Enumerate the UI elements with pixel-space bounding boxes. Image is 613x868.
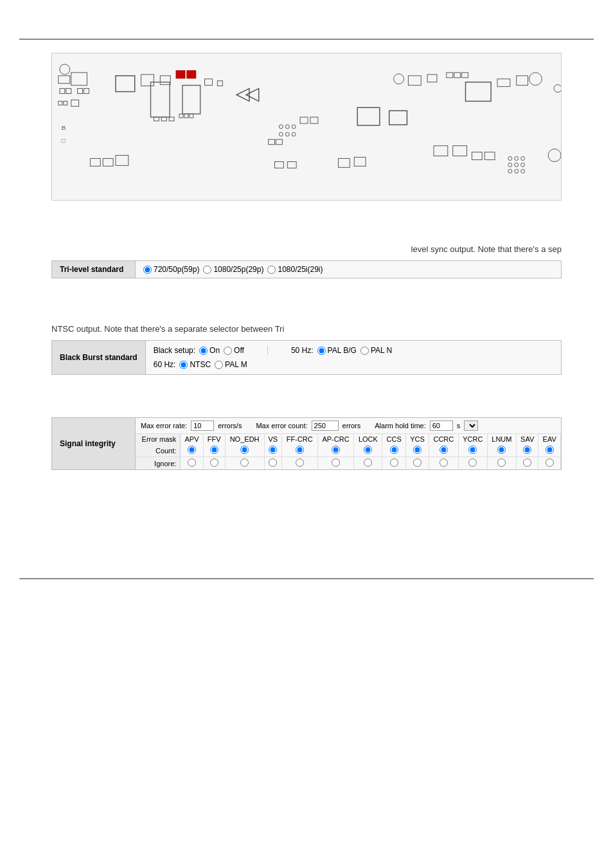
max-error-count-input[interactable] [312,420,339,431]
hz50-pal-n[interactable]: PAL N [360,346,392,355]
count-lnum-radio[interactable] [497,446,506,454]
col-ff-crc: FF-CRC [282,434,318,444]
count-row-label: Count: [136,444,181,457]
bottom-divider [19,578,594,579]
tri-level-label-720: 720/50p(59p) [154,265,199,274]
spacer-4 [0,380,613,412]
ignore-ap-crc [317,457,354,470]
tri-level-content: 720/50p(59p) 1080/25p(29p) 1080/25i(29i) [136,261,561,278]
count-ff-crc-radio[interactable] [296,446,304,454]
svg-text:B: B [62,124,66,131]
count-ccs-radio[interactable] [390,446,398,454]
ignore-lock-radio[interactable] [364,458,372,467]
col-no-edh: NO_EDH [225,434,264,444]
col-ccs: CCS [382,434,406,444]
count-sav [516,444,538,457]
count-apv [181,444,203,457]
ignore-row-label: Ignore: [136,457,181,470]
hz60-pal-m[interactable]: PAL M [215,360,247,369]
count-vs [264,444,281,457]
ignore-ccs [382,457,406,470]
ignore-lnum-radio[interactable] [497,458,506,467]
count-eav-radio[interactable] [546,446,554,454]
max-error-rate-input[interactable] [191,420,214,431]
black-burst-row: Black Burst standard Black setup: On Off… [51,340,562,375]
black-setup-on-radio[interactable] [199,347,208,355]
count-ap-crc [317,444,354,457]
tri-level-option-1[interactable]: 720/50p(59p) [143,265,199,274]
black-setup-off[interactable]: Off [224,346,244,355]
ignore-ff-crc-radio[interactable] [296,458,304,467]
ignore-ccrc-radio[interactable] [440,458,448,467]
count-ycs-radio[interactable] [413,446,422,454]
hz50-palb-g-radio[interactable] [317,347,326,355]
black-setup-off-radio[interactable] [224,347,232,355]
ignore-apv [181,457,203,470]
svg-rect-12 [187,71,196,78]
burst-top-row: Black setup: On Off 50 Hz: PAL B/G [154,343,553,357]
tri-level-option-2[interactable]: 1080/25p(29p) [203,265,263,274]
hz60-pal-m-radio[interactable] [215,361,223,369]
hz50-pal-n-radio[interactable] [360,347,369,355]
ignore-eav-radio[interactable] [546,458,554,467]
count-lock-radio[interactable] [364,446,372,454]
ignore-ffv [203,457,225,470]
error-mask-header: Error mask [136,434,181,444]
ignore-ycrc-radio[interactable] [468,458,477,467]
spacer-1 [0,213,613,233]
col-apv: APV [181,434,203,444]
hz50-group: 50 Hz: PAL B/G PAL N [291,346,392,355]
ignore-ap-crc-radio[interactable] [332,458,340,467]
hz50-palb-g-label: PAL B/G [328,346,357,355]
signal-integrity-label: Signal integrity [52,418,136,469]
col-ycrc: YCRC [458,434,487,444]
ignore-vs [264,457,281,470]
hz60-label: 60 Hz: [154,360,176,369]
count-ycs [405,444,429,457]
ignore-vs-radio[interactable] [269,458,277,467]
ignore-no-edh-radio[interactable] [240,458,249,467]
hz50-palb-g[interactable]: PAL B/G [317,346,357,355]
tri-level-option-3[interactable]: 1080/25i(29i) [267,265,323,274]
ignore-ycrc [458,457,487,470]
tri-level-radio-1080-25p[interactable] [203,266,211,274]
ignore-ycs-radio[interactable] [413,458,422,467]
hz50-pal-n-label: PAL N [371,346,392,355]
count-ap-crc-radio[interactable] [332,446,340,454]
tri-level-description: level sync output. Note that there's a s… [51,244,562,254]
count-apv-radio[interactable] [188,446,196,454]
hz60-ntsc-label: NTSC [190,360,211,369]
ignore-row: Ignore: [136,457,561,470]
count-ccrc-radio[interactable] [440,446,448,454]
tri-level-radio-1080-25i[interactable] [267,266,276,274]
alarm-hold-time-input[interactable] [430,420,453,431]
errors-label: errors [342,422,361,429]
hz60-ntsc-radio[interactable] [179,361,188,369]
count-ccrc [429,444,458,457]
alarm-dropdown[interactable]: ▼ [464,420,478,431]
ignore-ccrc [429,457,458,470]
count-ycrc-radio[interactable] [468,446,477,454]
col-sav: SAV [516,434,538,444]
count-sav-radio[interactable] [523,446,531,454]
tri-level-row: Tri-level standard 720/50p(59p) 1080/25p… [51,260,562,278]
signal-integrity-content: Max error rate: errors/s Max error count… [136,418,561,469]
ignore-ccs-radio[interactable] [390,458,398,467]
hz60-ntsc[interactable]: NTSC [179,360,211,369]
alarm-hold-time-label: Alarm hold time: [375,422,425,429]
count-ycrc [458,444,487,457]
ignore-sav-radio[interactable] [523,458,531,467]
ignore-lock [354,457,382,470]
count-ffv-radio[interactable] [210,446,218,454]
count-no-edh [225,444,264,457]
count-vs-radio[interactable] [269,446,277,454]
pcb-image: B □ [51,53,562,201]
black-setup-on[interactable]: On [199,346,220,355]
count-lock [354,444,382,457]
top-divider [19,39,594,40]
count-no-edh-radio[interactable] [240,446,249,454]
col-ccrc: CCRC [429,434,458,444]
ignore-ffv-radio[interactable] [210,458,218,467]
ignore-apv-radio[interactable] [188,458,196,467]
tri-level-radio-720[interactable] [143,266,152,274]
